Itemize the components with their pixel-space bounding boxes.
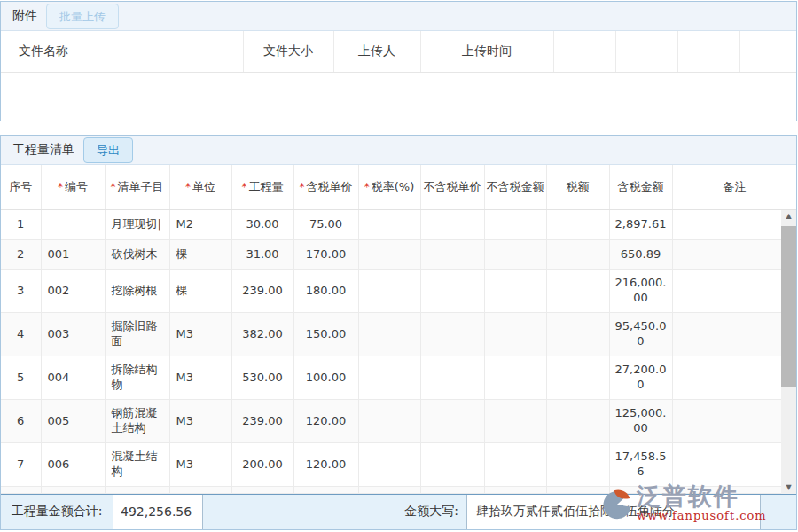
col-remark: 备注 — [672, 165, 796, 209]
col-tax-rate: *税率(%) — [358, 165, 420, 209]
table-row[interactable]: 7006 混凝土结构M3 200.00120.00 17,458.56 — [1, 443, 781, 487]
total-amount-value: 492,256.56 — [113, 495, 203, 529]
attachments-empty-body — [1, 73, 796, 121]
scrollbar-thumb[interactable] — [781, 226, 796, 387]
table-row[interactable]: 1 月理现切|M2 30.0075.00 2,897.61 — [1, 210, 781, 240]
col-uploader: 上传人 — [333, 31, 420, 72]
col-amount-no-tax: 不含税金额 — [484, 165, 546, 209]
footer-spacer — [761, 495, 796, 529]
boq-panel: 工程量清单 导出 序号 *编号 *清单子目 *单位 *工程量 *含税单价 *税率… — [0, 135, 797, 530]
required-asterisk: * — [242, 181, 247, 193]
col-empty-1 — [553, 31, 615, 72]
table-row[interactable]: 5004 拆除结构物M3 530.00100.00 27,200.00 — [1, 356, 781, 400]
export-button[interactable]: 导出 — [83, 137, 133, 163]
amount-in-words-label: 金额大写: — [356, 495, 467, 529]
col-unit: *单位 — [169, 165, 231, 209]
boq-header-row: 序号 *编号 *清单子目 *单位 *工程量 *含税单价 *税率(%) 不含税单价… — [1, 165, 796, 209]
vertical-scrollbar[interactable]: ▲ ▼ — [781, 210, 796, 494]
boq-titlebar: 工程量清单 导出 — [1, 136, 796, 165]
attachments-titlebar: 附件 批量上传 — [1, 2, 796, 31]
attachments-panel: 附件 批量上传 文件名称 文件大小 上传人 上传时间 — [0, 1, 797, 121]
col-code: *编号 — [41, 165, 105, 209]
boq-title: 工程量清单 — [12, 142, 74, 158]
col-empty-4 — [739, 31, 796, 72]
footer-spacer — [203, 495, 356, 529]
col-amount-tax: 含税金额 — [609, 165, 672, 209]
attachments-header-row: 文件名称 文件大小 上传人 上传时间 — [1, 31, 796, 72]
col-qty: *工程量 — [231, 165, 293, 209]
scroll-down-icon[interactable]: ▼ — [781, 481, 796, 494]
col-price-tax: *含税单价 — [293, 165, 358, 209]
boq-body: 1 月理现切|M2 30.0075.00 2,897.61 2001 砍伐树木棵… — [1, 210, 796, 494]
attachments-title: 附件 — [12, 8, 37, 24]
attachments-table: 文件名称 文件大小 上传人 上传时间 — [1, 31, 796, 73]
col-empty-3 — [677, 31, 739, 72]
required-asterisk: * — [364, 181, 370, 193]
required-asterisk: * — [300, 181, 305, 193]
page: 附件 批量上传 文件名称 文件大小 上传人 上传时间 工程量清单 — [0, 0, 798, 532]
table-row[interactable]: 4003 掘除旧路面M3 382.00150.00 95,450.00 — [1, 313, 781, 356]
col-file-name: 文件名称 — [1, 31, 243, 72]
col-tax: 税额 — [546, 165, 609, 209]
table-row[interactable]: 6005 钢筋混凝土结构M3 239.00120.00 125,000.00 — [1, 400, 781, 443]
batch-upload-button[interactable]: 批量上传 — [46, 4, 119, 29]
table-row[interactable]: 3002 挖除树根棵 239.00180.00 216,000.00 — [1, 270, 781, 313]
boq-footer: 工程量金额合计: 492,256.56 金额大写: 肆拾玖万贰仟贰佰伍拾陆元伍角… — [1, 494, 796, 529]
table-row[interactable]: 2001 砍伐树木棵 31.00170.00 650.89 — [1, 240, 781, 270]
col-file-size: 文件大小 — [243, 31, 333, 72]
col-price-no-tax: 不含税单价 — [420, 165, 484, 209]
required-asterisk: * — [58, 181, 63, 193]
boq-header-table: 序号 *编号 *清单子目 *单位 *工程量 *含税单价 *税率(%) 不含税单价… — [1, 165, 796, 210]
boq-rows-table: 1 月理现切|M2 30.0075.00 2,897.61 2001 砍伐树木棵… — [1, 210, 781, 495]
scroll-up-icon[interactable]: ▲ — [781, 210, 796, 223]
col-seq: 序号 — [1, 165, 41, 209]
amount-in-words-value: 肆拾玖万贰仟贰佰伍拾陆元伍角陆分 — [467, 495, 761, 529]
table-row-partial — [1, 487, 781, 494]
col-upload-time: 上传时间 — [420, 31, 553, 72]
col-item: *清单子目 — [105, 165, 169, 209]
col-empty-2 — [615, 31, 677, 72]
total-amount-label: 工程量金额合计: — [1, 495, 113, 529]
required-asterisk: * — [111, 181, 116, 193]
required-asterisk: * — [185, 181, 191, 193]
